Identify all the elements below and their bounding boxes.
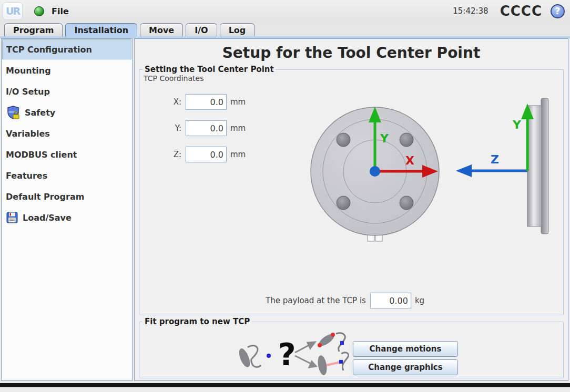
choice-arrows (295, 342, 316, 367)
x-unit-label: mm (230, 97, 246, 107)
robot-sketch-original (237, 346, 271, 369)
bolt-hole (400, 196, 413, 210)
sidebar-item-variables[interactable]: Variables (2, 123, 132, 144)
payload-label: The payload at the TCP is (266, 296, 366, 305)
payload-input[interactable] (370, 293, 411, 308)
bolt-hole (337, 133, 350, 147)
fit-program-illustration: ? (236, 331, 352, 377)
sidebar-item-label: Mounting (6, 66, 51, 76)
installation-sidebar: TCP Configuration Mounting I/O Setup Saf… (1, 38, 133, 381)
tab-move[interactable]: Move (140, 23, 183, 37)
tcp-dot (267, 354, 271, 358)
z-axis-arrow: Z (456, 153, 527, 177)
sidebar-item-modbus-client[interactable]: MODBUS client (2, 144, 132, 165)
robot-sketch-graphics (317, 353, 349, 376)
question-mark: ? (278, 337, 296, 373)
sidebar-item-label: Default Program (6, 192, 84, 202)
robot-sketch-motions (317, 332, 345, 352)
sidebar-item-label: MODBUS client (6, 150, 77, 160)
tab-log[interactable]: Log (220, 23, 255, 37)
floppy-disk-icon (6, 211, 18, 224)
sidebar-item-safety[interactable]: Safety (2, 102, 132, 123)
sidebar-item-label: TCP Configuration (6, 45, 92, 55)
tcp-x-input[interactable] (186, 94, 227, 110)
file-menu-label: File (52, 6, 69, 16)
sidebar-item-label: I/O Setup (6, 87, 50, 97)
sidebar-item-features[interactable]: Features (2, 165, 132, 186)
tcp-settings-legend: Setting the Tool Center Point (142, 65, 276, 74)
clock: 15:42:38 (453, 6, 488, 16)
sidebar-item-tcp-configuration[interactable]: TCP Configuration (2, 39, 131, 59)
sidebar-item-io-setup[interactable]: I/O Setup (2, 81, 132, 102)
sidebar-item-mounting[interactable]: Mounting (2, 60, 132, 81)
change-motions-button[interactable]: Change motions (353, 341, 458, 357)
bolt-hole (400, 133, 413, 147)
tab-io[interactable]: I/O (186, 23, 217, 37)
tab-installation[interactable]: Installation (65, 23, 137, 37)
help-icon[interactable]: ? (551, 4, 565, 18)
x-field-label: X: (139, 97, 186, 107)
sidebar-item-label: Load/Save (23, 213, 72, 223)
y-axis-label: Y (380, 132, 389, 145)
sidebar-item-load-save[interactable]: Load/Save (2, 207, 132, 228)
tcp-coordinates-label: TCP Coordinates (144, 74, 203, 82)
fit-program-fieldset: Fit program to new TCP ? (139, 322, 564, 378)
page-title: Setup for the Tool Center Point (135, 44, 568, 61)
y-unit-label: mm (230, 123, 246, 133)
payload-unit-label: kg (415, 296, 424, 305)
z-field-label: Z: (139, 150, 186, 159)
tab-bar: Program Installation Move I/O Log (0, 22, 570, 37)
screen-bottom-strip (0, 383, 570, 387)
top-bar: UR File 15:42:38 CCCC ? (0, 0, 570, 22)
file-menu[interactable]: File (34, 6, 69, 16)
tool-flange-front-view: Y X (302, 100, 447, 245)
status-text: CCCC (500, 3, 542, 19)
tool-flange-side-view: Z Y (453, 94, 556, 247)
side-y-axis-label: Y (512, 118, 522, 131)
sidebar-item-label: Variables (6, 129, 50, 139)
tcp-z-input[interactable] (186, 147, 227, 162)
change-graphics-button[interactable]: Change graphics (353, 359, 458, 375)
ur-logo: UR (3, 2, 23, 20)
z-axis-label: Z (491, 153, 499, 166)
payload-row: The payload at the TCP is kg (266, 293, 424, 308)
tcp-configuration-panel: Setup for the Tool Center Point Setting … (134, 38, 568, 381)
tcp-origin-dot (370, 166, 380, 177)
shield-lock-icon (6, 105, 21, 120)
sidebar-item-default-program[interactable]: Default Program (2, 186, 132, 207)
fit-program-legend: Fit program to new TCP (142, 317, 252, 326)
sidebar-item-label: Safety (25, 108, 55, 118)
tcp-y-input[interactable] (186, 120, 227, 136)
y-field-label: Y: (139, 123, 186, 133)
z-unit-label: mm (230, 150, 246, 159)
sidebar-item-label: Features (6, 171, 47, 181)
tcp-settings-fieldset: Setting the Tool Center Point TCP Coordi… (139, 69, 564, 315)
x-axis-label: X (405, 154, 414, 167)
tab-program[interactable]: Program (4, 23, 63, 37)
bolt-hole (337, 196, 350, 210)
file-menu-icon (34, 6, 44, 16)
